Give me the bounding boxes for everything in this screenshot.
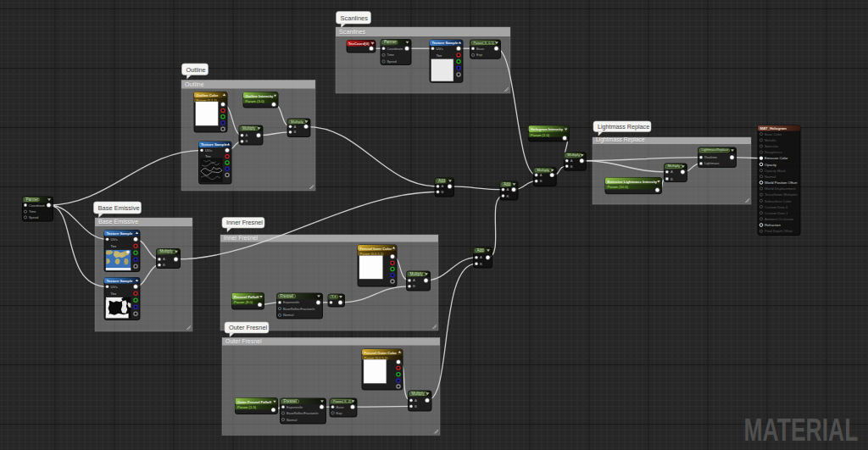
svg-text:Fresnel Falloff: Fresnel Falloff — [234, 295, 259, 299]
svg-text:Multiply: Multiply — [160, 249, 174, 253]
svg-text:Refraction: Refraction — [765, 223, 781, 227]
svg-text:Speed: Speed — [29, 215, 38, 219]
svg-text:A: A — [442, 184, 444, 188]
svg-text:A: A — [670, 169, 673, 174]
svg-text:ExponentIn: ExponentIn — [287, 406, 303, 409]
svg-text:1-x: 1-x — [331, 294, 336, 298]
svg-text:Add: Add — [438, 179, 446, 183]
svg-text:Inner Fresnel: Inner Fresnel — [224, 235, 259, 241]
svg-text:B: B — [570, 164, 573, 169]
svg-text:Param (3.0): Param (3.0) — [246, 99, 265, 103]
svg-text:Base Color: Base Color — [765, 132, 782, 136]
svg-text:Normal: Normal — [765, 175, 776, 179]
svg-text:Emissive Color: Emissive Color — [765, 156, 788, 160]
svg-text:Multiply: Multiply — [242, 126, 256, 131]
svg-text:UVs: UVs — [111, 237, 118, 242]
svg-text:Base: Base — [476, 47, 485, 51]
svg-text:B: B — [540, 179, 542, 183]
svg-text:Roughness: Roughness — [765, 150, 782, 154]
svg-text:Param (1.5): Param (1.5) — [237, 405, 257, 409]
svg-text:A: A — [294, 125, 297, 129]
svg-text:Param (10.0): Param (10.0) — [608, 185, 629, 189]
svg-text:TexCoord[0]: TexCoord[0] — [348, 42, 370, 46]
svg-text:Hologram Intensity: Hologram Intensity — [531, 127, 564, 131]
svg-text:Multiply: Multiply — [291, 119, 304, 124]
svg-text:LightmassReplace: LightmassReplace — [702, 147, 729, 152]
svg-text:MATERIAL: MATERIAL — [744, 412, 859, 447]
svg-text:World Displacement: World Displacement — [765, 186, 796, 191]
svg-text:Speed: Speed — [387, 59, 397, 64]
svg-text:A: A — [246, 133, 248, 137]
svg-text:Ambient Occlusion: Ambient Occlusion — [765, 217, 794, 221]
svg-text:Specular: Specular — [765, 144, 779, 148]
svg-text:Time: Time — [29, 209, 36, 214]
svg-text:Fresnel Inner Color: Fresnel Inner Color — [360, 247, 392, 251]
svg-text:B: B — [246, 139, 248, 143]
svg-text:A: A — [480, 255, 482, 259]
svg-text:BaseReflectFractionIn: BaseReflectFractionIn — [287, 412, 318, 415]
svg-text:Param (0,0.5,1): Param (0,0.5,1) — [360, 252, 384, 256]
svg-text:Tex: Tex — [111, 244, 118, 248]
svg-text:Pixel Depth Offset: Pixel Depth Offset — [765, 229, 793, 233]
svg-text:Scanlines: Scanlines — [339, 28, 366, 36]
svg-text:Scanlines: Scanlines — [341, 14, 369, 22]
svg-text:Opacity Mask: Opacity Mask — [765, 169, 787, 173]
svg-text:A: A — [540, 173, 542, 177]
svg-text:A: A — [570, 158, 573, 163]
svg-text:Custom Data 1: Custom Data 1 — [765, 211, 788, 215]
svg-text:Outline Color: Outline Color — [197, 93, 219, 97]
svg-text:Outer Fresnel Falloff: Outer Fresnel Falloff — [237, 400, 272, 404]
svg-text:Inner Fresnel: Inner Fresnel — [226, 219, 263, 226]
svg-text:Time: Time — [387, 53, 395, 57]
svg-text:Custom Data 0: Custom Data 0 — [765, 205, 788, 209]
svg-text:Multiply: Multiply — [410, 272, 424, 276]
svg-text:ExponentIn: ExponentIn — [283, 301, 299, 304]
svg-text:Outer Fresnel: Outer Fresnel — [225, 338, 262, 344]
svg-text:MAT_Hologram: MAT_Hologram — [760, 126, 787, 131]
svg-text:Add: Add — [504, 182, 511, 186]
svg-text:Lightmass Replace: Lightmass Replace — [598, 123, 649, 131]
svg-text:Multiply: Multiply — [537, 168, 550, 172]
svg-text:Coordinate: Coordinate — [29, 203, 45, 208]
svg-text:A: A — [413, 278, 415, 282]
svg-text:A: A — [163, 257, 165, 261]
svg-text:Exp: Exp — [337, 411, 343, 415]
svg-text:Multiply: Multiply — [667, 164, 681, 168]
svg-text:UVs: UVs — [437, 47, 443, 51]
svg-text:Base: Base — [337, 405, 345, 409]
svg-text:Multiply: Multiply — [412, 392, 426, 396]
svg-text:Opacity: Opacity — [765, 163, 777, 167]
svg-text:B: B — [294, 130, 297, 134]
svg-text:Texture Sample: Texture Sample — [432, 41, 459, 45]
svg-text:World Position Offset: World Position Offset — [765, 181, 798, 185]
svg-text:BaseReflectFractionIn: BaseReflectFractionIn — [283, 308, 314, 311]
svg-text:Tex: Tex — [437, 53, 443, 58]
svg-text:Power( X, 2): Power( X, 2) — [333, 400, 352, 403]
svg-text:Lightmass Replace: Lightmass Replace — [596, 136, 645, 143]
svg-text:B: B — [442, 190, 444, 194]
svg-text:Normal: Normal — [287, 419, 297, 422]
svg-text:B: B — [480, 262, 482, 266]
svg-text:Base Emissive: Base Emissive — [98, 204, 140, 212]
svg-text:Fresnel Outer Color: Fresnel Outer Color — [364, 351, 398, 355]
svg-text:Lightmass: Lightmass — [704, 162, 719, 165]
svg-text:Outline: Outline — [185, 81, 204, 88]
svg-text:Outer Fresnel: Outer Fresnel — [229, 324, 268, 331]
svg-text:Panner: Panner — [26, 197, 39, 202]
svg-text:UVs: UVs — [205, 148, 212, 153]
svg-text:Param (1.0): Param (1.0) — [531, 133, 550, 137]
svg-text:Fresnel: Fresnel — [284, 399, 297, 403]
svg-text:Tessellation Multiplier: Tessellation Multiplier — [765, 192, 798, 197]
svg-text:B: B — [670, 177, 673, 181]
svg-text:B: B — [413, 284, 415, 288]
svg-text:Power( X, 0.1): Power( X, 0.1) — [474, 42, 495, 45]
svg-text:Metallic: Metallic — [765, 138, 776, 142]
svg-text:Texture Sample: Texture Sample — [107, 231, 134, 236]
svg-text:Panner: Panner — [384, 40, 397, 44]
svg-text:Normal: Normal — [283, 314, 293, 317]
svg-text:B: B — [163, 263, 165, 267]
svg-text:Exp: Exp — [476, 53, 483, 57]
svg-text:Texture Sample: Texture Sample — [107, 279, 134, 283]
svg-text:Realtime: Realtime — [704, 156, 717, 159]
svg-text:Fresnel: Fresnel — [281, 294, 293, 298]
